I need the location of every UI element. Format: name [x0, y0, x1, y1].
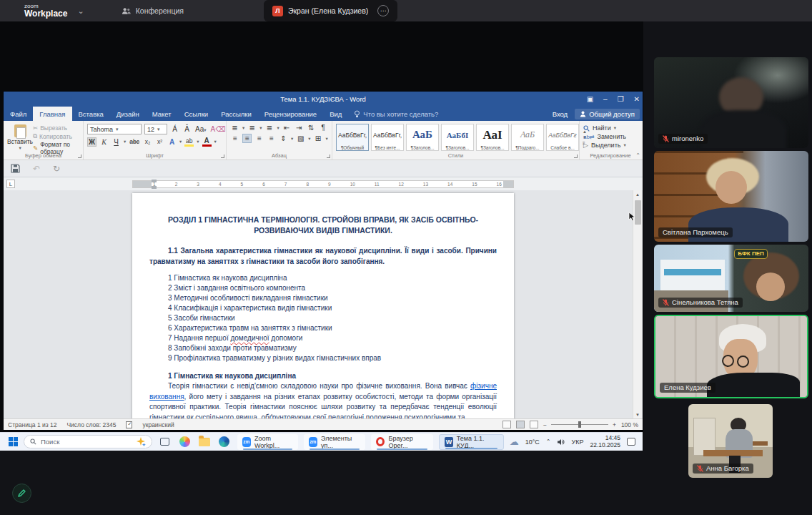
temperature[interactable]: 10°C	[525, 438, 540, 446]
taskbar-app-zoom-controls[interactable]: zm Элементы уп...	[304, 434, 366, 450]
cut-button[interactable]: ✂Вырезать	[33, 124, 79, 132]
ellipsis-icon[interactable]: ⋯	[377, 5, 389, 16]
vertical-scrollbar[interactable]: ▲ ▼	[633, 190, 642, 418]
subscript-button[interactable]: x₂	[143, 138, 152, 145]
pilcrow-button[interactable]: ¶	[319, 124, 328, 132]
participant-tile[interactable]: БФК ПЕП Сінельникова Тетяна	[654, 245, 808, 312]
print-layout-button[interactable]	[516, 421, 525, 428]
dialog-launcher-icon[interactable]	[221, 154, 224, 158]
tab-home[interactable]: Главная	[33, 107, 71, 121]
participant-tile[interactable]: Анна Багорка	[688, 404, 773, 478]
style-normal[interactable]: АаБбВвГг, ¶Обычный	[336, 124, 369, 151]
page-indicator[interactable]: Страница 1 из 12	[8, 421, 56, 428]
superscript-button[interactable]: x²	[155, 138, 164, 145]
find-button[interactable]: Найти▾	[583, 124, 626, 132]
hidden-icons-chevron[interactable]: ⌃	[546, 438, 551, 445]
language-indicator[interactable]: украинский	[142, 421, 174, 428]
shading-button[interactable]: ▨	[296, 134, 305, 142]
annotate-button[interactable]	[12, 484, 31, 503]
tab-insert[interactable]: Вставка	[72, 107, 110, 121]
notification-center-icon[interactable]	[627, 438, 635, 446]
tab-conference[interactable]: Конференция	[113, 0, 192, 21]
tell-me-box[interactable]: Что вы хотите сделать?	[354, 110, 438, 118]
sign-in-link[interactable]: Вход	[553, 110, 568, 118]
italic-button[interactable]: К	[99, 138, 109, 146]
style-subtle-emphasis[interactable]: АаБбВвГг Слабое в...	[546, 124, 579, 151]
justify-button[interactable]: ≡	[267, 134, 276, 142]
change-case-button[interactable]: Аа▾	[194, 125, 207, 133]
document-area[interactable]: РОЗДІЛ 1 ГІМНАСТИЧНА ТЕРМІНОЛОГІЯ. СТРОЙ…	[4, 190, 643, 418]
zoom-thumb[interactable]	[578, 421, 581, 428]
close-icon[interactable]: ✕	[634, 95, 640, 103]
file-explorer-button[interactable]	[197, 435, 212, 449]
style-no-spacing[interactable]: АаБбВвГг, ¶Без инте...	[371, 124, 404, 151]
font-size-select[interactable]: 12▾	[144, 124, 167, 134]
style-heading2[interactable]: АаБбІ ¶Заголов...	[441, 124, 474, 151]
tab-design[interactable]: Дизайн	[110, 107, 146, 121]
weather-cloud-icon[interactable]: ☁	[510, 436, 519, 447]
scroll-down-icon[interactable]: ▼	[635, 411, 640, 418]
taskbar-app-word[interactable]: W Тема 1.1. КУД...	[439, 434, 503, 450]
bullets-button[interactable]: ≣	[230, 124, 239, 132]
undo-icon[interactable]: ↶	[33, 164, 40, 174]
decrease-indent-button[interactable]: ⇤	[282, 124, 292, 132]
align-left-button[interactable]: ≡	[230, 134, 239, 142]
web-layout-button[interactable]	[530, 421, 538, 428]
select-button[interactable]: ▷ Выделить▾	[583, 142, 626, 149]
start-button[interactable]	[9, 437, 18, 447]
search-input[interactable]: Поиск	[24, 435, 152, 448]
participant-tile[interactable]: mironenko	[654, 57, 808, 148]
dialog-launcher-icon[interactable]	[574, 154, 578, 158]
word-count[interactable]: Число слов: 2345	[66, 421, 116, 428]
tab-review[interactable]: Рецензирование	[258, 107, 323, 121]
share-button[interactable]: Общий доступ	[575, 109, 640, 119]
dialog-launcher-icon[interactable]	[327, 154, 330, 158]
strikethrough-button[interactable]: abc	[129, 138, 140, 145]
task-view-button[interactable]	[158, 435, 172, 449]
tab-selector[interactable]: L	[6, 180, 15, 188]
chevron-down-icon[interactable]: ⌄	[77, 6, 84, 16]
keyboard-language[interactable]: УКР	[571, 438, 583, 446]
speaker-icon[interactable]	[557, 438, 565, 446]
ruler-bar[interactable]: 123 456 789 101112 131415 16	[132, 180, 514, 188]
scroll-up-icon[interactable]: ▲	[635, 190, 640, 198]
tab-screen-share[interactable]: Л Экран (Елена Кудзиев) ⋯	[264, 0, 397, 21]
copy-button[interactable]: ⧉Копировать	[33, 132, 79, 140]
font-color-button[interactable]: А	[202, 137, 212, 147]
align-center-button[interactable]: ≡	[242, 134, 252, 143]
style-heading1[interactable]: АаБ ¶Заголов...	[406, 124, 439, 151]
replace-button[interactable]: ab⇄ Заменить	[583, 133, 626, 140]
minimize-icon[interactable]: –	[603, 95, 608, 103]
increase-indent-button[interactable]: ⇥	[294, 124, 304, 132]
numbering-button[interactable]: ≣	[247, 124, 257, 132]
restore-icon[interactable]: ❐	[618, 95, 624, 103]
tab-view[interactable]: Вид	[323, 107, 348, 121]
clear-formatting-button[interactable]: A⌫	[210, 125, 227, 133]
copilot-button[interactable]	[178, 435, 192, 449]
sort-button[interactable]: ⇅	[307, 124, 316, 132]
grow-font-button[interactable]: А́	[170, 125, 179, 133]
font-family-select[interactable]: Tahoma▾	[87, 124, 142, 134]
tab-file[interactable]: Файл	[4, 107, 33, 121]
zoom-level[interactable]: 100 %	[621, 421, 638, 428]
ribbon-options-icon[interactable]: ▣	[587, 95, 593, 103]
save-button[interactable]	[11, 164, 20, 173]
style-title[interactable]: АаІ ¶Заголов...	[476, 124, 509, 151]
zoom-slider[interactable]: − +	[543, 421, 616, 428]
paste-button[interactable]: Вставить ▾	[7, 123, 33, 151]
underline-button[interactable]: Ч	[112, 138, 121, 146]
participant-tile-active-speaker[interactable]: Елена Кудзиев	[654, 315, 808, 398]
bold-button[interactable]: Ж	[87, 137, 96, 147]
collapse-ribbon-icon[interactable]: ⌃	[635, 152, 640, 159]
dialog-launcher-icon[interactable]	[78, 154, 81, 158]
taskbar-app-opera[interactable]: Браузер Oper...	[371, 434, 433, 450]
read-mode-button[interactable]	[502, 421, 511, 428]
participant-tile[interactable]: Світлана Пархомець	[654, 151, 808, 242]
borders-button[interactable]: ⊞	[314, 134, 323, 142]
shrink-font-button[interactable]: А̌	[182, 125, 192, 133]
zoom-out-icon[interactable]: −	[543, 421, 547, 428]
text-effects-button[interactable]: А	[167, 138, 177, 146]
tab-mailings[interactable]: Рассылки	[214, 107, 258, 121]
style-subtitle[interactable]: АаБ ¶Подзаго...	[511, 124, 544, 151]
tab-layout[interactable]: Макет	[146, 107, 178, 121]
